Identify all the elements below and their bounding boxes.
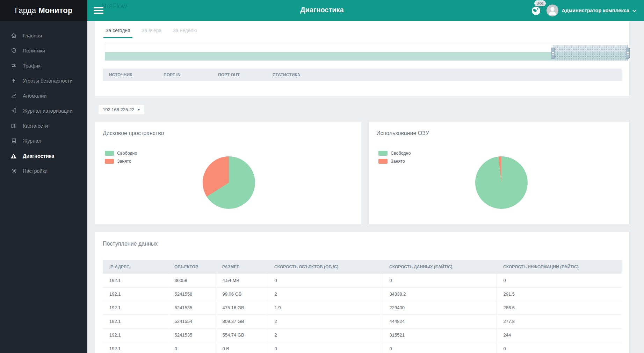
time-range-selector[interactable]	[105, 43, 628, 61]
table-cell: 192.1	[103, 315, 168, 328]
sidebar-item-network-map[interactable]: Карта сети	[0, 118, 87, 133]
table-row: 192.1524155899.06 GB234338.2291.5	[103, 287, 622, 301]
column-header-info-rate: СКОРОСТЬ ИНФОРМАЦИИ (БАЙТ/С)	[497, 260, 622, 274]
tab-yesterday[interactable]: За вчера	[139, 28, 164, 38]
chart-legend: Свободно Занято	[378, 149, 411, 165]
table-row: 192.1360584.54 MB000	[103, 274, 622, 287]
avatar[interactable]	[547, 5, 558, 16]
tab-week[interactable]: За неделю	[171, 28, 199, 38]
table-cell: 192.1	[103, 287, 168, 301]
sidebar-item-settings[interactable]: Настройки	[0, 163, 87, 178]
sidebar-item-diagnostics[interactable]: Диагностика	[0, 148, 87, 163]
table-row: 192.15241535475.16 GB1.9229400286.6	[103, 301, 622, 315]
sidebar-item-home[interactable]: Главная	[0, 28, 87, 43]
caret-down-icon	[137, 109, 140, 111]
table-cell: 192.1	[103, 274, 168, 287]
table-body: 192.1360584.54 MB000192.1524155899.06 GB…	[103, 274, 622, 353]
table-cell: 0	[168, 342, 216, 353]
table-cell: 315521	[383, 328, 497, 342]
column-header-ip: IP-АДРЕС	[103, 260, 168, 274]
user-menu[interactable]: Администратор комплекса	[562, 8, 629, 13]
table-cell: 4.54 MB	[216, 274, 268, 287]
tab-today[interactable]: За сегодня	[103, 28, 132, 38]
table-cell: 5241535	[168, 328, 216, 342]
table-cell: 554.74 GB	[216, 328, 268, 342]
legend-swatch-used	[378, 159, 388, 164]
table-cell: 2	[268, 315, 383, 328]
table-cell: 2	[268, 328, 383, 342]
chart-line-icon	[10, 93, 17, 99]
sidebar-item-policies[interactable]: Политики	[0, 43, 87, 58]
table-cell: 291.5	[497, 287, 622, 301]
table-row: 192.15241535554.74 GB2315521244	[103, 328, 622, 342]
brand-name-regular: Гарда	[15, 6, 36, 15]
column-header-source: ИСТОЧНИК	[103, 69, 157, 81]
data-intake-panel: Поступление данных IP-АДРЕС ОБЪЕКТОВ РАЗ…	[95, 232, 629, 353]
sidebar-item-anomalies[interactable]: Аномалии	[0, 88, 87, 103]
table-cell: 1.9	[268, 301, 383, 315]
sidebar-item-label: Политики	[23, 48, 45, 54]
range-handle-right[interactable]	[626, 48, 630, 59]
netflow-panel: За сегодня За вчера За неделю ИСТОЧНИК П…	[95, 21, 629, 96]
main-content: За сегодня За вчера За неделю ИСТОЧНИК П…	[95, 21, 629, 353]
netflow-ghost-title: NetFlow	[101, 2, 127, 10]
panel-title: Дисковое пространство	[103, 130, 164, 136]
legend-label: Свободно	[117, 151, 137, 156]
table-cell: 34338.2	[383, 287, 497, 301]
table-cell: 192.1	[103, 342, 168, 353]
sidebar-item-label: Диагностика	[23, 153, 54, 159]
panel-title: Использование ОЗУ	[376, 130, 429, 136]
ip-select-value: 192.168.225.22	[103, 107, 134, 112]
table-cell: 444824	[383, 315, 497, 328]
table-cell: 286.6	[497, 301, 622, 315]
timeline-chart-area	[105, 43, 628, 52]
range-selection[interactable]	[553, 45, 628, 61]
hamburger-menu-icon[interactable]	[94, 7, 103, 15]
legend-item-free: Свободно	[105, 149, 137, 157]
chart-legend: Свободно Занято	[105, 149, 137, 165]
table-cell: 5241535	[168, 301, 216, 315]
chevron-down-icon[interactable]	[632, 7, 636, 14]
sidebar-item-label: Карта сети	[23, 123, 48, 129]
table-cell: 229400	[383, 301, 497, 315]
ip-select-dropdown[interactable]: 192.168.225.22	[99, 105, 144, 114]
table-cell: 0	[268, 342, 383, 353]
table-cell: 244	[497, 328, 622, 342]
home-icon	[10, 33, 17, 38]
sidebar-item-label: Аномалии	[23, 93, 46, 99]
table-row: 192.15241554809.37 GB2444824277.8	[103, 315, 622, 328]
globe-icon[interactable]: Все	[530, 5, 542, 16]
ram-usage-panel: Использование ОЗУ Свободно Занято	[369, 122, 629, 224]
legend-label: Занято	[117, 159, 131, 164]
table-cell: 0	[268, 274, 383, 287]
globe-badge: Все	[534, 0, 546, 6]
legend-swatch-free	[105, 151, 114, 156]
sign-in-icon	[10, 108, 17, 114]
sidebar-item-threats[interactable]: Угрозы безопасности	[0, 73, 87, 88]
table-row: 192.100 B000	[103, 342, 622, 353]
sidebar-item-traffic[interactable]: Трафик	[0, 58, 87, 73]
table-cell: 0	[383, 342, 497, 353]
table-cell: 2	[268, 287, 383, 301]
map-icon	[10, 123, 17, 129]
bolt-icon	[10, 78, 17, 84]
sidebar-item-journal[interactable]: Журнал	[0, 133, 87, 148]
legend-label: Свободно	[391, 151, 411, 156]
legend-label: Занято	[391, 159, 405, 164]
sidebar-item-auth-log[interactable]: Журнал авторизации	[0, 103, 87, 118]
page-title: Диагностика	[300, 6, 343, 14]
traffic-arrows-icon	[10, 63, 17, 69]
ram-usage-pie-chart	[475, 156, 528, 209]
table-cell: 36058	[168, 274, 216, 287]
column-header-port-out: ПОРТ OUT	[212, 69, 266, 81]
column-header-size: РАЗМЕР	[216, 260, 268, 274]
brand-name-bold: Монитор	[38, 6, 72, 15]
column-header-object-rate: СКОРОСТЬ ОБЪЕКТОВ (ОБ./С)	[268, 260, 383, 274]
data-intake-table: IP-АДРЕС ОБЪЕКТОВ РАЗМЕР СКОРОСТЬ ОБЪЕКТ…	[103, 260, 622, 353]
range-handle-left[interactable]	[551, 48, 555, 59]
table-cell: 0	[497, 342, 622, 353]
table-cell: 0	[497, 274, 622, 287]
table-cell: 192.1	[103, 301, 168, 315]
table-cell: 5241558	[168, 287, 216, 301]
sidebar-item-label: Журнал авторизации	[23, 108, 72, 114]
